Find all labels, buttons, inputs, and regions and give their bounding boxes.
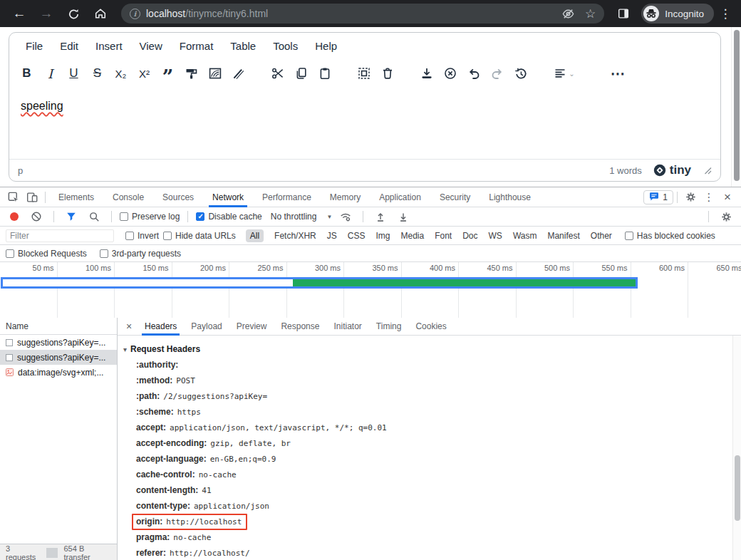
filter-type-wasm[interactable]: Wasm	[513, 231, 537, 241]
page-scrollbar[interactable]	[731, 27, 741, 187]
network-search-button[interactable]	[85, 208, 103, 225]
menu-help[interactable]: Help	[307, 37, 345, 55]
more-toolbar-button[interactable]: ⋯	[606, 61, 630, 85]
invert-checkbox[interactable]: Invert	[125, 231, 159, 241]
edit-image-button[interactable]	[203, 61, 227, 85]
menu-edit[interactable]: Edit	[52, 37, 86, 55]
filter-type-other[interactable]: Other	[591, 231, 612, 241]
cut-button[interactable]	[266, 61, 289, 85]
request-row[interactable]: suggestions?apiKey=...	[0, 335, 117, 350]
import-har-button[interactable]	[371, 208, 390, 225]
filter-type-img[interactable]: Img	[375, 231, 390, 241]
forward-button[interactable]: →	[34, 3, 58, 24]
bold-button[interactable]: B	[15, 61, 38, 85]
tab-security[interactable]: Security	[430, 187, 480, 207]
format-painter-button[interactable]	[180, 61, 203, 85]
preserve-log-checkbox[interactable]: Preserve log	[120, 212, 180, 222]
tab-memory[interactable]: Memory	[321, 187, 370, 207]
home-button[interactable]	[88, 3, 113, 24]
underline-button[interactable]: U	[62, 61, 86, 85]
throttling-select[interactable]: No throttling ▼	[271, 212, 333, 222]
filter-type-css[interactable]: CSS	[348, 231, 366, 241]
request-row[interactable]: data:image/svg+xml;...	[0, 365, 117, 380]
clear-network-button[interactable]	[27, 208, 46, 225]
filter-input[interactable]	[6, 229, 114, 242]
export-har-button[interactable]	[394, 208, 413, 225]
filter-type-font[interactable]: Font	[435, 231, 452, 241]
devtools-close-button[interactable]: ×	[718, 190, 737, 204]
tab-elements[interactable]: Elements	[49, 187, 103, 207]
undo-button[interactable]	[462, 61, 485, 85]
word-count[interactable]: 1 words	[609, 165, 642, 176]
align-button[interactable]: ⌄	[548, 61, 581, 85]
network-overview-timeline[interactable]: 50 ms 100 ms 150 ms 200 ms 250 ms 300 ms…	[0, 262, 741, 318]
back-button[interactable]: ←	[7, 3, 31, 24]
tab-application[interactable]: Application	[370, 187, 430, 207]
record-button[interactable]	[10, 212, 19, 221]
paste-button[interactable]	[313, 61, 336, 85]
tab-performance[interactable]: Performance	[253, 187, 321, 207]
disable-cache-checkbox[interactable]: Disable cache	[196, 212, 261, 222]
menu-file[interactable]: File	[18, 37, 51, 55]
third-party-checkbox[interactable]: 3rd-party requests	[100, 249, 181, 259]
detail-scrollbar[interactable]	[732, 336, 741, 560]
menu-view[interactable]: View	[132, 37, 170, 55]
menu-table[interactable]: Table	[222, 37, 264, 55]
filter-type-media[interactable]: Media	[400, 231, 424, 241]
tab-lighthouse[interactable]: Lighthouse	[480, 187, 540, 207]
tab-payload[interactable]: Payload	[184, 318, 229, 336]
devtools-menu-button[interactable]: ⋮	[700, 189, 718, 206]
side-panel-button[interactable]	[613, 5, 634, 22]
filter-toggle-button[interactable]	[62, 208, 81, 225]
superscript-button[interactable]: X²	[133, 61, 156, 85]
browser-menu-button[interactable]: ⋮	[717, 6, 734, 21]
delete-button[interactable]	[375, 61, 399, 85]
filter-type-js[interactable]: JS	[327, 231, 337, 241]
tab-network[interactable]: Network	[203, 187, 253, 207]
tab-cookies[interactable]: Cookies	[408, 318, 453, 336]
detail-close-button[interactable]: ×	[120, 321, 138, 332]
permanent-pen-button[interactable]	[227, 61, 250, 85]
export-button[interactable]	[415, 61, 438, 85]
subscript-button[interactable]: X₂	[109, 61, 133, 85]
tiny-brand[interactable]: tiny	[653, 163, 691, 177]
menu-insert[interactable]: Insert	[88, 37, 130, 55]
devtools-settings-button[interactable]	[681, 189, 700, 206]
bookmark-star-icon[interactable]: ☆	[585, 6, 596, 21]
reload-button[interactable]	[61, 3, 86, 24]
page-info-icon[interactable]: i	[130, 9, 140, 19]
request-row-selected[interactable]: suggestions?apiKey=...	[0, 350, 117, 365]
tab-preview[interactable]: Preview	[229, 318, 274, 336]
tab-timing[interactable]: Timing	[369, 318, 409, 336]
page-scrollbar-thumb[interactable]	[734, 30, 740, 181]
filter-type-ws[interactable]: WS	[489, 231, 502, 241]
blockquote-button[interactable]: ”	[156, 61, 180, 85]
italic-button[interactable]: I	[38, 61, 62, 85]
cancel-button[interactable]	[438, 61, 462, 85]
menu-tools[interactable]: Tools	[265, 37, 306, 55]
has-blocked-cookies-checkbox[interactable]: Has blocked cookies	[625, 231, 715, 241]
filter-type-all[interactable]: All	[246, 229, 264, 242]
tab-initiator[interactable]: Initiator	[326, 318, 368, 336]
issues-counter[interactable]: 1	[643, 190, 673, 204]
device-toolbar-button[interactable]	[23, 189, 41, 206]
strikethrough-button[interactable]: S	[86, 61, 109, 85]
detail-scrollbar-thumb[interactable]	[735, 455, 740, 521]
network-conditions-button[interactable]	[336, 208, 355, 225]
address-bar[interactable]: i localhost/tinymce/tiny6.html ☆	[121, 4, 604, 24]
filter-type-manifest[interactable]: Manifest	[547, 231, 579, 241]
redo-button[interactable]	[485, 61, 509, 85]
eye-off-icon[interactable]	[561, 7, 575, 21]
select-all-button[interactable]	[352, 61, 375, 85]
element-path[interactable]: p	[18, 165, 609, 176]
filter-type-doc[interactable]: Doc	[462, 231, 477, 241]
request-headers-section[interactable]: ▾ Request Headers	[123, 341, 731, 357]
name-column-header[interactable]: Name	[0, 318, 117, 335]
tab-console[interactable]: Console	[103, 187, 153, 207]
network-settings-button[interactable]	[717, 208, 735, 225]
tab-response[interactable]: Response	[274, 318, 326, 336]
menu-format[interactable]: Format	[172, 37, 222, 55]
tab-sources[interactable]: Sources	[153, 187, 203, 207]
resize-handle-icon[interactable]	[704, 167, 712, 175]
blocked-requests-checkbox[interactable]: Blocked Requests	[6, 249, 87, 259]
